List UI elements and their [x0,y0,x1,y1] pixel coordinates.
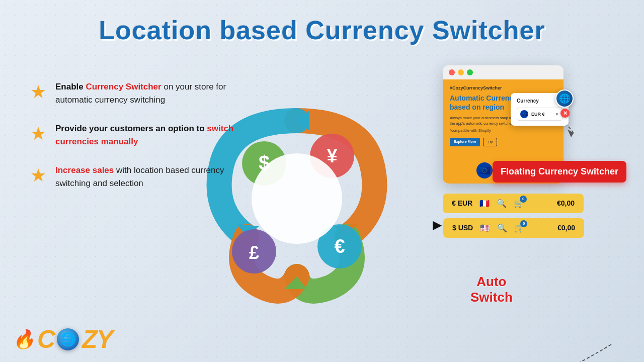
feature-item-1: ★ Enable Currency Switcher on your store… [30,80,247,106]
star-icon-1: ★ [30,81,46,103]
svg-point-12 [252,153,342,244]
logo-text-c: C [37,327,54,352]
usd-currency-text: $ USD [452,224,473,232]
search-icon-usd-bar[interactable]: 🔍 [497,223,507,233]
arrow-pointer-icon: ▶ [433,219,441,232]
star-icon-2: ★ [30,123,46,144]
auto-switch-label: AutoSwitch [470,274,513,305]
feature-text-3: Increase sales with location based curre… [55,164,247,190]
browser-hashtag: #CozyCurrencySwitcher [450,85,556,90]
cart-badge-num-eur: 0 [520,196,527,203]
flag-icon-eur-bar: 🇫🇷 [479,199,490,208]
feature-item-3: ★ Increase sales with location based cur… [30,164,247,190]
dashed-curve-svg [561,339,621,362]
explore-more-button[interactable]: Explore More [450,138,480,146]
feature-bold-1: Enable [55,82,86,92]
feature-item-2: ★ Provide your customers an option to sw… [30,122,247,148]
feature-highlight-3: Increase sales [55,165,114,175]
cart-badge-num-usd: 0 [520,220,527,227]
cart-badge-eur[interactable]: 🛒 0 [514,199,524,208]
svg-text:€: € [334,236,345,257]
eu-flag: 🇪🇺 [476,162,493,178]
price-usd: €0,00 [557,224,575,232]
usd-bar-row: ▶ $ USD 🇺🇸 🔍 🛒 0 €0,00 [428,213,629,238]
browser-dot-yellow [458,69,464,75]
logo-globe-icon: 🌐 [57,328,79,350]
flag-icon-usd-bar: 🇺🇸 [480,223,490,233]
close-icon[interactable]: ✕ [560,109,570,118]
eur-currency-bar: € EUR 🇫🇷 🔍 🛒 0 €0,00 [443,194,584,213]
browser-dot-red [449,69,455,75]
page-title: Location based Currency Switcher [0,0,644,45]
svg-text:¥: ¥ [327,145,337,166]
svg-marker-13 [568,129,574,137]
browser-dot-green [467,69,473,75]
feature-text-1: Enable Currency Switcher on your store f… [55,80,247,106]
features-section: ★ Enable Currency Switcher on your store… [30,80,247,206]
eur-currency-text: € EUR [452,199,472,207]
svg-text:£: £ [249,242,259,263]
logo-flame: 🔥 [13,329,35,350]
right-panel: #CozyCurrencySwitcher Automatic Currency… [428,65,629,238]
currency-select-row[interactable]: 🇪🇺 EUR € ▼ [517,108,562,121]
feature-text-2: Provide your customers an option to swit… [55,122,247,148]
chevron-down-icon: ▼ [555,112,559,117]
usd-currency-bar: $ USD 🇺🇸 🔍 🛒 0 €0,00 [443,218,584,238]
feature-bold-2: Provide your customers an option to [55,124,207,133]
browser-titlebar [443,65,564,79]
try-button[interactable]: Try [483,138,497,146]
logo-text-zy: ZY [82,327,112,352]
feature-highlight-1: Currency Switcher [86,82,161,92]
globe-icon: 🌐 [555,89,574,108]
floating-currency-switcher-label: Floating Currency Switcher [493,161,626,183]
cart-badge-usd[interactable]: 🛒 0 [514,223,524,233]
price-eur: €0,00 [557,199,575,207]
cozy-logo: 🔥 C 🌐 ZY [13,327,112,352]
search-icon-eur-bar[interactable]: 🔍 [497,199,507,208]
eur-flag-small: 🇪🇺 [520,110,528,118]
star-icon-3: ★ [30,165,46,186]
currency-select-text: EUR € [531,112,552,117]
